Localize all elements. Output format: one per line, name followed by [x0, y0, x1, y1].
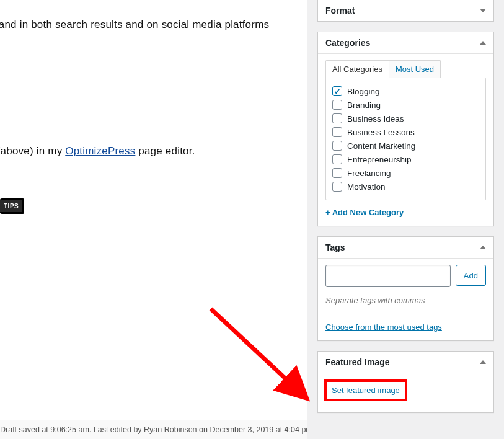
choose-most-used-tags-link[interactable]: Choose from the most used tags — [325, 322, 442, 332]
tab-most-used[interactable]: Most Used — [389, 61, 440, 78]
tags-input-row: Add — [325, 265, 486, 287]
category-item-freelancing[interactable]: Freelancing — [331, 166, 480, 180]
format-panel: Format — [317, 0, 494, 22]
featured-image-panel: Featured Image Set featured image — [317, 351, 494, 413]
optimizepress-link[interactable]: OptimizePress — [65, 145, 135, 157]
save-status: Draft saved at 9:06:25 am. Last edited b… — [0, 420, 307, 439]
featured-image-panel-title: Featured Image — [325, 357, 389, 367]
category-item-branding[interactable]: Branding — [331, 98, 480, 112]
category-label: Branding — [347, 100, 381, 110]
checkbox-icon[interactable] — [332, 182, 342, 192]
body-text-suffix: page editor. — [135, 145, 195, 157]
checkbox-icon[interactable] — [332, 168, 342, 178]
category-label: Freelancing — [347, 169, 391, 178]
category-item-business-lessons[interactable]: Business Lessons — [331, 125, 480, 139]
tags-panel-title: Tags — [325, 242, 345, 252]
chevron-up-icon — [480, 246, 486, 249]
categories-panel-title: Categories — [325, 38, 370, 48]
body-text-line-2: nere (above) in my OptimizePress page ed… — [0, 144, 195, 159]
editor-main: osts (and in both search results and on … — [0, 0, 307, 439]
checkbox-icon[interactable] — [332, 86, 342, 96]
format-panel-title: Format — [325, 6, 355, 16]
category-label: Content Marketing — [347, 141, 415, 151]
category-item-blogging[interactable]: Blogging — [331, 84, 480, 98]
tags-panel: Tags Add Separate tags with commas Choos… — [317, 236, 494, 341]
body-text-line-1: osts (and in both search results and on … — [0, 17, 269, 32]
category-tabs: All Categories Most Used — [325, 60, 441, 78]
category-item-entrepreneurship[interactable]: Entrepreneurship — [331, 153, 480, 166]
body-text-prefix: nere (above) in my — [0, 145, 65, 157]
tags-panel-body: Add Separate tags with commas Choose fro… — [318, 259, 493, 340]
add-tag-button[interactable]: Add — [456, 265, 486, 286]
tags-input[interactable] — [325, 265, 451, 287]
checkbox-icon[interactable] — [332, 113, 342, 123]
featured-image-panel-body: Set featured image — [318, 373, 493, 412]
checkbox-icon[interactable] — [332, 127, 342, 137]
tips-button[interactable]: TIPS — [0, 198, 24, 214]
category-label: Motivation — [347, 182, 386, 192]
category-list: Blogging Branding Business Ideas Busines… — [325, 78, 486, 200]
add-new-category-link[interactable]: + Add New Category — [325, 208, 404, 217]
category-label: Entrepreneurship — [347, 155, 412, 164]
format-panel-header[interactable]: Format — [318, 0, 493, 21]
chevron-up-icon — [480, 360, 486, 364]
divider — [0, 419, 307, 419]
category-item-content-marketing[interactable]: Content Marketing — [331, 139, 480, 153]
annotation-highlight: Set featured image — [324, 379, 407, 401]
category-label: Business Ideas — [347, 114, 404, 123]
category-label: Business Lessons — [347, 128, 415, 137]
checkbox-icon[interactable] — [332, 141, 342, 151]
chevron-up-icon — [480, 41, 486, 45]
category-label: Blogging — [347, 87, 380, 96]
checkbox-icon[interactable] — [332, 154, 342, 164]
tips-button-label: TIPS — [4, 203, 19, 210]
tags-panel-header[interactable]: Tags — [318, 237, 493, 259]
chevron-down-icon — [480, 9, 486, 12]
featured-image-panel-header[interactable]: Featured Image — [318, 352, 493, 373]
tags-hint: Separate tags with commas — [325, 296, 486, 305]
category-item-motivation[interactable]: Motivation — [331, 180, 480, 193]
categories-panel-body: All Categories Most Used Blogging Brandi… — [318, 54, 493, 226]
categories-panel-header[interactable]: Categories — [318, 32, 493, 54]
sidebar: Format Categories All Categories Most Us… — [307, 0, 504, 439]
checkbox-icon[interactable] — [332, 100, 342, 110]
category-item-business-ideas[interactable]: Business Ideas — [331, 112, 480, 125]
set-featured-image-link[interactable]: Set featured image — [332, 386, 400, 395]
categories-panel: Categories All Categories Most Used Blog… — [317, 32, 494, 226]
tab-all-categories[interactable]: All Categories — [326, 61, 389, 78]
